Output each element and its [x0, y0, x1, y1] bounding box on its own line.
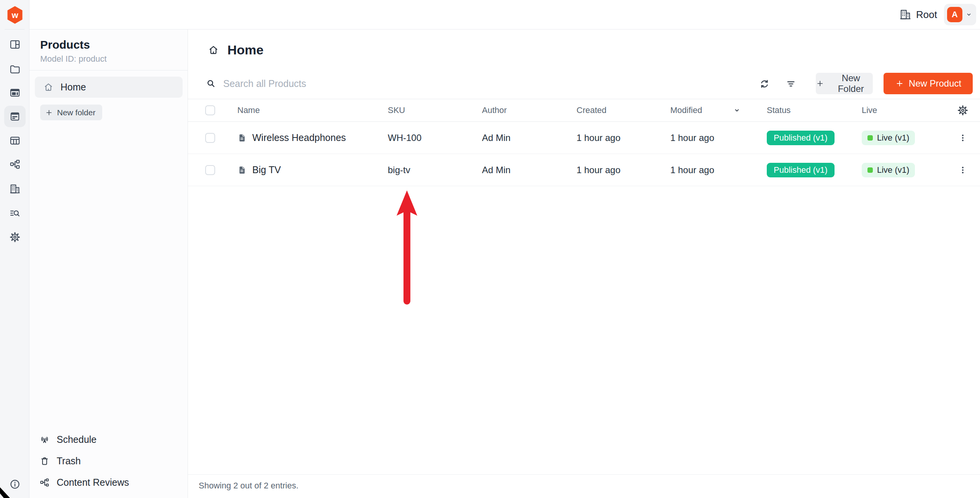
row-checkbox[interactable] — [205, 165, 215, 175]
webiny-hexagon-icon: w — [6, 5, 24, 25]
column-header-modified: Modified — [670, 105, 702, 115]
live-badge: Live (v1) — [862, 131, 915, 145]
entries-table: Name SKU Author Created Modified Status … — [188, 99, 980, 186]
column-header-status: Status — [767, 105, 862, 115]
entry-author: Ad Min — [482, 133, 577, 143]
entry-name: Big TV — [252, 164, 281, 175]
tenant-selector[interactable]: Root — [899, 8, 937, 21]
live-badge: Live (v1) — [862, 163, 915, 177]
entry-sku: big-tv — [388, 165, 482, 175]
live-badge-label: Live (v1) — [877, 165, 909, 175]
sidebar-item-schedule[interactable]: Schedule — [29, 429, 188, 450]
model-id-label: Model ID: product — [40, 54, 107, 64]
entry-name: Wireless Headphones — [252, 132, 346, 143]
flow-nodes-icon — [39, 477, 50, 488]
home-icon — [43, 82, 54, 92]
column-header-author: Author — [482, 105, 577, 115]
sidebar-new-folder-button[interactable]: New folder — [40, 105, 102, 120]
rail-item-pages[interactable] — [4, 82, 26, 103]
rail-item-settings[interactable] — [4, 226, 26, 248]
rail-item-workflows[interactable] — [4, 154, 26, 175]
rail-item-tenants[interactable] — [4, 178, 26, 200]
column-header-created: Created — [577, 105, 670, 115]
building-icon — [9, 183, 21, 195]
new-folder-button-label: New Folder — [829, 73, 873, 94]
rail-item-audit-logs[interactable] — [4, 203, 26, 224]
entry-modified: 1 hour ago — [670, 133, 767, 143]
kebab-menu-icon — [957, 133, 968, 143]
refresh-button[interactable] — [757, 77, 772, 91]
app-rail: w — [0, 0, 29, 498]
chevron-down-icon — [965, 10, 973, 19]
broadcast-icon — [39, 434, 50, 445]
filter-button[interactable] — [784, 77, 798, 91]
annotation-arrow-up-icon — [394, 190, 420, 305]
rail-item-files[interactable] — [4, 58, 26, 80]
app-window: w — [0, 0, 980, 498]
sidebar-item-content-reviews[interactable]: Content Reviews — [29, 472, 188, 493]
table-row[interactable]: Wireless Headphones WH-100 Ad Min 1 hour… — [188, 122, 980, 154]
table-icon — [9, 135, 21, 146]
sidebar-item-home[interactable]: Home — [35, 77, 183, 98]
plus-icon — [45, 108, 53, 117]
svg-text:w: w — [11, 10, 18, 20]
home-icon — [208, 44, 219, 56]
entry-created: 1 hour ago — [577, 133, 670, 143]
new-product-button[interactable]: New Product — [884, 73, 973, 94]
live-dot-icon — [867, 167, 873, 173]
split-panel-icon — [9, 39, 21, 50]
page-card-icon — [9, 87, 21, 98]
live-badge-label: Live (v1) — [877, 133, 909, 143]
rail-item-dashboard[interactable] — [4, 34, 26, 55]
sidebar-item-trash-label: Trash — [57, 455, 81, 467]
account-menu-button[interactable]: A — [944, 4, 976, 25]
rail-divider — [5, 29, 24, 29]
select-all-checkbox[interactable] — [205, 105, 215, 115]
status-badge: Published (v1) — [767, 131, 835, 145]
gear-icon — [957, 105, 969, 116]
refresh-icon — [759, 78, 770, 90]
toolbar: New Folder New Product — [188, 73, 980, 94]
gear-icon — [9, 231, 21, 243]
sidebar-new-folder-label: New folder — [57, 108, 95, 117]
search-icon — [206, 78, 216, 88]
search-list-icon — [9, 208, 21, 219]
page-title: Home — [227, 43, 263, 57]
entry-sku: WH-100 — [388, 133, 482, 143]
sidebar-footer-nav: Schedule Trash Content Reviews — [29, 429, 188, 493]
document-icon — [237, 133, 247, 143]
webiny-logo[interactable]: w — [5, 4, 25, 26]
entry-author: Ad Min — [482, 165, 577, 175]
folder-icon — [9, 63, 21, 75]
main-content: Home New Folder New Product Nam — [188, 29, 980, 498]
plus-icon — [895, 79, 904, 88]
row-checkbox[interactable] — [205, 133, 215, 143]
row-menu-button[interactable] — [956, 131, 970, 145]
info-icon — [9, 478, 21, 490]
tenant-label: Root — [916, 9, 937, 21]
column-header-live: Live — [862, 105, 951, 115]
row-menu-button[interactable] — [956, 163, 970, 177]
column-settings-button[interactable] — [956, 103, 970, 117]
kebab-menu-icon — [957, 165, 968, 175]
new-product-button-label: New Product — [909, 78, 961, 89]
sidebar: Products Model ID: product Home New fold… — [29, 29, 188, 498]
entry-created: 1 hour ago — [577, 165, 670, 175]
table-header-row: Name SKU Author Created Modified Status … — [188, 99, 980, 122]
rail-item-structures[interactable] — [4, 130, 26, 151]
avatar: A — [947, 7, 962, 22]
new-folder-button[interactable]: New Folder — [816, 73, 873, 94]
column-header-sku: SKU — [388, 105, 482, 115]
sidebar-item-trash[interactable]: Trash — [29, 450, 188, 472]
document-icon — [237, 165, 247, 175]
search-input[interactable] — [223, 75, 537, 92]
sidebar-divider — [29, 70, 188, 70]
entry-modified: 1 hour ago — [670, 165, 767, 175]
entries-summary: Showing 2 out of 2 entries. — [188, 474, 980, 491]
flow-icon — [9, 159, 21, 170]
filter-icon — [785, 78, 797, 90]
sort-chevron-down-icon[interactable] — [732, 106, 742, 115]
mouse-cursor — [0, 487, 10, 498]
table-row[interactable]: Big TV big-tv Ad Min 1 hour ago 1 hour a… — [188, 154, 980, 186]
rail-item-headless-cms[interactable] — [4, 106, 26, 127]
